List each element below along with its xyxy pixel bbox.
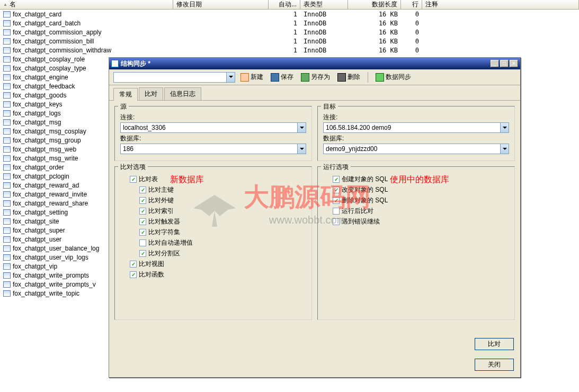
chevron-down-icon[interactable] <box>297 144 306 154</box>
table-name: fox_chatgpt_setting <box>13 209 68 216</box>
source-db-label: 数据库: <box>120 134 306 143</box>
compare-partition-label: 比对分割区 <box>148 249 180 258</box>
table-name: fox_chatgpt_engine <box>13 74 68 81</box>
table-name: fox_chatgpt_order <box>13 164 64 171</box>
source-conn-select[interactable]: localhost_3306 <box>120 122 306 133</box>
table-name: fox_chatgpt_cosplay_type <box>13 65 86 72</box>
table-icon <box>3 182 11 189</box>
compare-index-checkbox[interactable] <box>139 208 146 215</box>
table-name: fox_chatgpt_msg_web <box>13 146 76 153</box>
table-name: fox_chatgpt_user <box>13 236 61 243</box>
chevron-down-icon[interactable] <box>500 123 509 132</box>
minimize-button[interactable]: _ <box>491 60 499 67</box>
compare-fk-checkbox[interactable] <box>139 197 146 204</box>
delete-button[interactable]: 删除 <box>335 72 362 83</box>
table-icon <box>3 245 11 252</box>
table-icon <box>3 56 11 63</box>
structure-sync-dialog: 结构同步 * _ □ ✕ 新建 保存 另存为 删除 数据同步 常规 比对 信息日… <box>109 57 521 378</box>
compare-autoinc-label: 比对自动递增值 <box>148 238 193 247</box>
tab-compare[interactable]: 比对 <box>139 87 163 100</box>
table-row[interactable]: fox_chatgpt_card1InnoDB16 KB0 <box>0 10 579 19</box>
table-name: fox_chatgpt_commission_apply <box>13 29 101 36</box>
table-name: fox_chatgpt_commission_bill <box>13 38 94 45</box>
profile-combo[interactable] <box>113 72 235 83</box>
save-button[interactable]: 保存 <box>269 72 296 83</box>
table-name: fox_chatgpt_super <box>13 227 65 234</box>
chevron-down-icon[interactable] <box>500 144 509 154</box>
target-conn-select[interactable]: 106.58.184.200 demo9 <box>323 122 509 133</box>
close-button[interactable]: ✕ <box>510 60 518 67</box>
compare-charset-checkbox[interactable] <box>139 229 146 236</box>
compare-partition-checkbox[interactable] <box>139 250 146 257</box>
compare-func-checkbox[interactable] <box>130 271 137 278</box>
table-row[interactable]: fox_chatgpt_commission_withdraw1InnoDB16… <box>0 46 579 55</box>
table-name: fox_chatgpt_reward_share <box>13 200 88 207</box>
table-icon <box>3 38 11 44</box>
source-db-select[interactable]: 186 <box>120 144 306 154</box>
col-name[interactable]: 名 <box>0 0 173 9</box>
table-name: fox_chatgpt_keys <box>13 101 62 108</box>
target-db-label: 数据库: <box>323 134 509 143</box>
tab-log[interactable]: 信息日志 <box>164 87 201 100</box>
table-icon <box>3 119 11 126</box>
compare-index-label: 比对索引 <box>148 207 174 216</box>
data-sync-button[interactable]: 数据同步 <box>373 72 413 83</box>
drop-sql-label: 删除对象的 SQL <box>342 196 388 205</box>
close-dialog-button[interactable]: 关闭 <box>475 359 514 371</box>
compare-autoinc-checkbox[interactable] <box>139 239 146 246</box>
col-date[interactable]: 修改日期 <box>173 0 269 9</box>
col-len[interactable]: 数据长度 <box>348 0 401 9</box>
col-type[interactable]: 表类型 <box>300 0 348 9</box>
run-after-checkbox[interactable] <box>333 208 340 215</box>
create-sql-label: 创建对象的 SQL <box>342 175 388 184</box>
compare-trigger-label: 比对触发器 <box>148 217 180 226</box>
create-sql-checkbox[interactable] <box>333 176 340 183</box>
table-name: fox_chatgpt_write_prompts <box>13 272 89 279</box>
table-icon <box>3 65 11 72</box>
table-name: fox_chatgpt_user_balance_log <box>13 245 99 252</box>
saveas-button[interactable]: 另存为 <box>299 72 332 83</box>
compare-button[interactable]: 比对 <box>475 338 514 350</box>
tab-general[interactable]: 常规 <box>113 88 138 101</box>
table-icon <box>3 290 11 297</box>
chevron-down-icon[interactable] <box>297 123 306 132</box>
table-icon <box>3 281 11 288</box>
continue-err-checkbox[interactable] <box>333 218 340 225</box>
drop-sql-checkbox[interactable] <box>333 197 340 204</box>
table-icon <box>3 47 11 54</box>
table-name: fox_chatgpt_site <box>13 218 59 225</box>
new-button[interactable]: 新建 <box>238 72 265 83</box>
target-db-select[interactable]: demo9_ynjdzzd00 <box>323 144 509 154</box>
compare-table-checkbox[interactable] <box>130 176 137 183</box>
col-auto[interactable]: 自动... <box>269 0 300 9</box>
sync-icon <box>376 73 384 82</box>
compare-view-checkbox[interactable] <box>130 261 137 268</box>
maximize-button[interactable]: □ <box>500 60 509 67</box>
table-name: fox_chatgpt_msg <box>13 119 61 126</box>
compare-trigger-checkbox[interactable] <box>139 218 146 225</box>
col-comment[interactable]: 注释 <box>422 0 579 9</box>
table-name: fox_chatgpt_write_topic <box>13 290 79 297</box>
table-icon <box>3 128 11 135</box>
compare-table-label: 比对表 <box>139 175 158 184</box>
compare-pk-label: 比对主键 <box>148 185 174 194</box>
titlebar[interactable]: 结构同步 * _ □ ✕ <box>109 58 520 69</box>
new-icon <box>240 73 249 82</box>
col-rows[interactable]: 行 <box>401 0 422 9</box>
table-row[interactable]: fox_chatgpt_commission_apply1InnoDB16 KB… <box>0 28 579 37</box>
table-icon <box>3 74 11 81</box>
table-row[interactable]: fox_chatgpt_commission_bill1InnoDB16 KB0 <box>0 37 579 46</box>
table-icon <box>3 11 11 17</box>
compare-options-fieldset: 比对选项 比对表 比对主键 比对外键 比对索引 比对触发器 比对字符集 比对自动… <box>114 166 312 320</box>
table-icon <box>3 29 11 35</box>
table-name: fox_chatgpt_cosplay_role <box>13 56 85 63</box>
toolbar: 新建 保存 另存为 删除 数据同步 <box>109 69 520 85</box>
table-row[interactable]: fox_chatgpt_card_batch1InnoDB16 KB0 <box>0 19 579 28</box>
chevron-down-icon[interactable] <box>226 73 235 82</box>
compare-pk-checkbox[interactable] <box>139 186 146 193</box>
save-icon <box>271 73 279 82</box>
alter-sql-checkbox[interactable] <box>333 186 340 193</box>
table-icon <box>3 137 11 144</box>
annotation-using-db: 使用中的数据库 <box>390 174 449 185</box>
run-opts-legend: 运行选项 <box>321 163 351 172</box>
